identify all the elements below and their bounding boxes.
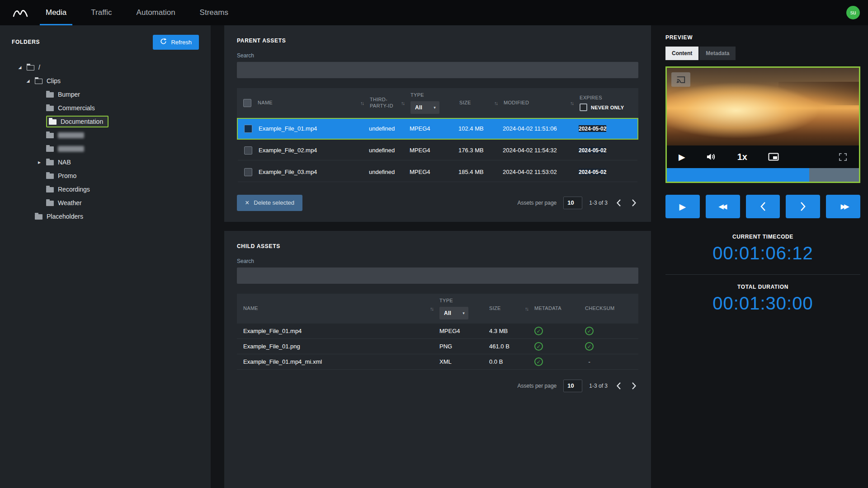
asset-type: MPEG4 — [410, 147, 458, 154]
app-logo-icon[interactable] — [7, 0, 33, 25]
metadata-status-icon — [534, 342, 543, 351]
expires-date-chip[interactable]: 2024-05-02 — [579, 125, 606, 132]
metadata-column-label: METADATA — [534, 305, 561, 312]
sort-icon[interactable]: ↑↓ — [525, 306, 528, 311]
tab-content[interactable]: Content — [665, 47, 698, 60]
close-icon: × — [245, 199, 249, 206]
fast-forward-button[interactable]: ▶▶ — [826, 195, 860, 218]
parent-pagination: Assets per page 1-3 of 3 — [518, 197, 638, 209]
caret-collapsed-icon[interactable]: ▸ — [37, 159, 42, 165]
caret-expanded-icon[interactable]: ◢ — [17, 65, 23, 70]
expires-date-chip[interactable]: 2024-05-02 — [579, 147, 606, 154]
next-page-button[interactable] — [630, 198, 638, 208]
preview-panel: PREVIEW Content Metadata ▶ — [658, 25, 868, 488]
folder-item-bumper[interactable]: Bumper — [12, 88, 199, 101]
preview-title: PREVIEW — [665, 34, 860, 41]
step-forward-button[interactable] — [786, 195, 820, 218]
child-asset-row[interactable]: Example_File_01.png PNG 461.0 B — [237, 339, 638, 354]
row-checkbox[interactable] — [244, 168, 252, 176]
parent-asset-row[interactable]: Example_File_01.mp4 undefined MPEG4 102.… — [237, 118, 638, 140]
column-header-size: SIZE ↑↓ — [489, 305, 534, 312]
next-page-button[interactable] — [630, 381, 638, 391]
total-duration-label: TOTAL DURATION — [665, 284, 860, 290]
type-column-label: TYPE — [410, 92, 424, 99]
rewind-button[interactable]: ◀◀ — [706, 195, 740, 218]
video-frame[interactable] — [667, 68, 859, 145]
play-icon: ▶ — [679, 202, 686, 212]
asset-type: XML — [439, 358, 489, 365]
folder-item-promo[interactable]: Promo — [12, 169, 199, 183]
sort-icon[interactable]: ↑↓ — [494, 100, 497, 106]
folder-item-root[interactable]: ◢ / — [12, 61, 199, 74]
child-asset-row[interactable]: Example_File_01.mp4 MPEG4 4.3 MB — [237, 324, 638, 339]
never-only-checkbox[interactable] — [580, 103, 587, 111]
sort-icon[interactable]: ↑↓ — [430, 306, 433, 311]
nav-tab-traffic[interactable]: Traffic — [79, 0, 124, 25]
redacted-folder-label — [58, 132, 84, 138]
transport-play-button[interactable]: ▶ — [665, 195, 700, 218]
refresh-label: Refresh — [171, 39, 192, 46]
name-column-label: NAME — [258, 100, 273, 106]
child-pagination: Assets per page 1-3 of 3 — [518, 380, 638, 392]
play-button[interactable]: ▶ — [679, 152, 685, 162]
nav-tab-streams[interactable]: Streams — [188, 0, 241, 25]
delete-selected-button[interactable]: × Delete selected — [237, 195, 302, 211]
picture-in-picture-icon — [768, 153, 779, 161]
folder-item-nab[interactable]: ▸ NAB — [12, 155, 199, 169]
folder-item-recordings[interactable]: Recordings — [12, 183, 199, 196]
folder-label: Promo — [58, 172, 76, 179]
volume-button[interactable] — [706, 152, 717, 161]
nav-tab-label: Automation — [137, 8, 175, 17]
per-page-input[interactable] — [563, 380, 582, 392]
step-back-button[interactable] — [746, 195, 780, 218]
caret-expanded-icon[interactable]: ◢ — [25, 79, 31, 83]
asset-name: Example_File_03.mp4 — [259, 169, 369, 175]
playback-speed-button[interactable]: 1x — [737, 152, 747, 162]
asset-name: Example_File_01.mp4 — [237, 328, 439, 334]
fullscreen-button[interactable] — [839, 153, 847, 161]
parent-search-input[interactable] — [237, 62, 638, 78]
select-all-checkbox[interactable] — [243, 99, 251, 107]
folder-item-redacted[interactable] — [12, 142, 199, 155]
folder-label: Bumper — [58, 91, 80, 98]
folder-item-commercials[interactable]: Commercials — [12, 101, 199, 115]
cast-icon — [676, 75, 686, 84]
child-search-input[interactable] — [237, 267, 638, 284]
expires-date-chip[interactable]: 2024-05-02 — [579, 169, 606, 175]
sort-icon[interactable]: ↑↓ — [360, 100, 363, 106]
folder-item-placeholders[interactable]: Placeholders — [12, 210, 199, 223]
folder-item-weather[interactable]: Weather — [12, 196, 199, 210]
per-page-input[interactable] — [563, 197, 582, 209]
chevron-right-icon — [800, 202, 806, 211]
parent-asset-row[interactable]: Example_File_03.mp4 undefined MPEG4 185.… — [237, 161, 638, 183]
checksum-status-icon — [585, 357, 594, 366]
folder-item-redacted[interactable] — [12, 128, 199, 142]
folder-item-clips[interactable]: ◢ Clips — [12, 74, 199, 88]
sort-icon[interactable]: ↑↓ — [570, 100, 573, 106]
child-asset-row[interactable]: Example_File_01.mp4_mi.xml XML 0.0 B — [237, 354, 638, 370]
folder-item-documentation[interactable]: Documentation — [12, 115, 199, 128]
user-avatar[interactable]: su — [846, 6, 860, 19]
sort-icon[interactable]: ↑↓ — [401, 100, 404, 106]
column-header-type: TYPE All ▾ — [439, 298, 489, 319]
nav-tab-automation[interactable]: Automation — [124, 0, 188, 25]
asset-type: MPEG4 — [410, 125, 458, 132]
tab-label: Content — [672, 50, 692, 56]
row-checkbox[interactable] — [244, 146, 252, 155]
previous-page-button[interactable] — [614, 381, 623, 391]
seek-bar[interactable] — [667, 168, 859, 182]
cast-button[interactable] — [671, 72, 690, 87]
refresh-button[interactable]: Refresh — [153, 35, 199, 50]
folder-label: Clips — [47, 77, 61, 84]
parent-asset-row[interactable]: Example_File_02.mp4 undefined MPEG4 176.… — [237, 140, 638, 161]
type-filter-select[interactable]: All ▾ — [439, 307, 468, 319]
row-checkbox[interactable] — [244, 125, 252, 133]
tab-metadata[interactable]: Metadata — [699, 47, 736, 60]
chevron-down-icon: ▾ — [462, 311, 465, 315]
checksum-status-icon — [585, 342, 594, 351]
nav-tab-media[interactable]: Media — [33, 0, 79, 25]
picture-in-picture-button[interactable] — [768, 153, 779, 161]
type-filter-select[interactable]: All ▾ — [410, 101, 439, 114]
folder-icon — [46, 174, 54, 179]
previous-page-button[interactable] — [614, 198, 623, 208]
